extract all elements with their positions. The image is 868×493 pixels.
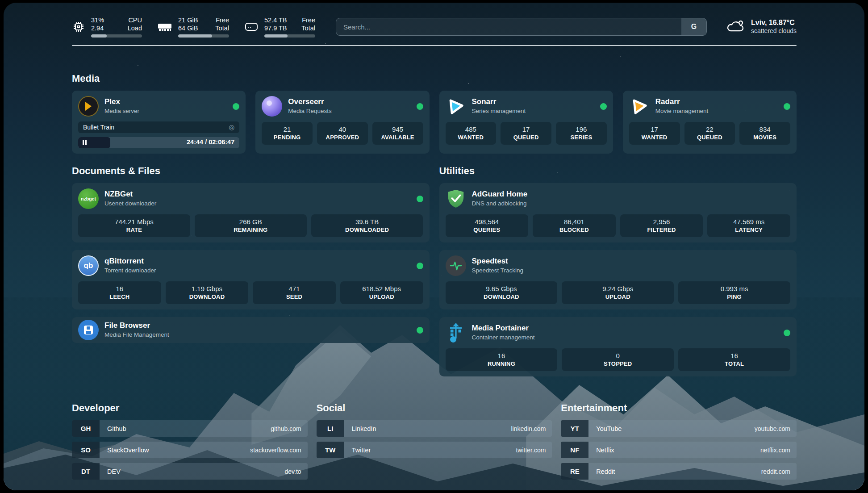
disk-free-label: Free xyxy=(300,16,315,24)
link-netflix[interactable]: NF Netflix netflix.com xyxy=(561,442,797,458)
cpu-load-value: 2.94 xyxy=(91,24,110,32)
link-abbr: DT xyxy=(72,463,100,480)
section-title-utilities: Utilities xyxy=(439,165,797,177)
top-bar: 31% CPU 2.94 Load xyxy=(72,16,797,38)
link-abbr: LI xyxy=(317,420,344,437)
disk-free-value: 52.4 TB xyxy=(264,16,288,24)
link-dev[interactable]: DT DEV dev.to xyxy=(72,463,308,480)
app-name: qBittorrent xyxy=(104,256,156,266)
link-linkedin[interactable]: LI LinkedIn linkedin.com xyxy=(317,420,552,437)
link-label: LinkedIn xyxy=(352,425,376,432)
stat-latency: 47.569 msLATENCY xyxy=(707,214,790,237)
stat-pending: 21PENDING xyxy=(262,122,313,145)
link-label: Twitter xyxy=(352,447,371,454)
app-desc: Media server xyxy=(104,106,139,116)
search-engine-button[interactable]: G xyxy=(681,18,706,35)
app-card-qbittorrent[interactable]: qb qBittorrent Torrent downloader 16LEEC… xyxy=(72,250,430,309)
link-label: Reddit xyxy=(596,468,615,475)
stat-rate: 744.21 MbpsRATE xyxy=(78,214,190,237)
status-online-dot xyxy=(417,103,423,110)
link-label: Github xyxy=(107,425,126,432)
app-name: File Browser xyxy=(104,321,169,330)
app-card-filebrowser[interactable]: File Browser Media File Management xyxy=(72,317,430,343)
section-title-social: Social xyxy=(317,402,552,414)
now-playing-row: Bullet Train ◎ xyxy=(78,121,239,133)
social-section: Social LI LinkedIn linkedin.com TW Twitt… xyxy=(317,402,552,480)
search-bar: G xyxy=(336,18,707,36)
cpu-progress-bar xyxy=(91,34,142,38)
sonarr-icon xyxy=(446,96,466,117)
app-card-plex[interactable]: Plex Media server Bullet Train ◎ 24:44 /… xyxy=(72,91,246,154)
header-divider xyxy=(72,45,797,46)
stat-download: 1.19 GbpsDOWNLOAD xyxy=(166,281,249,304)
stat-upload: 618.52 MbpsUPLOAD xyxy=(340,281,423,304)
speedtest-icon xyxy=(446,255,466,276)
app-desc: Torrent downloader xyxy=(104,266,156,275)
weather-location-temp: Lviv, 16.87°C xyxy=(751,18,797,27)
link-abbr: RE xyxy=(561,463,588,480)
app-card-sonarr[interactable]: Sonarr Series management 485WANTED 17QUE… xyxy=(439,91,613,154)
link-url: netflix.com xyxy=(760,447,790,454)
nzbget-icon: nzbget xyxy=(78,188,99,209)
ram-total-value: 64 GiB xyxy=(178,24,201,32)
ram-stat: 21 GiB Free 64 GiB Total xyxy=(157,16,229,38)
section-title-developer: Developer xyxy=(72,402,308,414)
link-reddit[interactable]: RE Reddit reddit.com xyxy=(561,463,797,480)
stat-leech: 16LEECH xyxy=(78,281,161,304)
adguard-icon xyxy=(446,188,466,209)
link-twitter[interactable]: TW Twitter twitter.com xyxy=(317,442,552,458)
stat-queued: 22QUEUED xyxy=(684,122,735,145)
link-url: reddit.com xyxy=(761,468,790,475)
status-online-dot xyxy=(600,103,607,110)
disk-progress-bar xyxy=(264,34,315,38)
link-youtube[interactable]: YT YouTube youtube.com xyxy=(561,420,797,437)
app-name: Plex xyxy=(104,97,139,106)
app-card-nzbget[interactable]: nzbget NZBGet Usenet downloader 744.21 M… xyxy=(72,183,430,242)
pause-icon[interactable] xyxy=(83,140,87,145)
filebrowser-icon xyxy=(78,320,99,340)
stat-remaining: 266 GBREMAINING xyxy=(195,214,307,237)
status-online-dot xyxy=(784,330,790,336)
stat-available: 945AVAILABLE xyxy=(372,122,423,145)
playback-time: 24:44 / 02:06:47 xyxy=(187,138,234,146)
link-stackoverflow[interactable]: SO StackOverflow stackoverflow.com xyxy=(72,442,308,458)
cpu-label: CPU xyxy=(121,16,142,24)
status-online-dot xyxy=(417,263,423,269)
stat-running: 16RUNNING xyxy=(446,348,558,371)
search-input[interactable] xyxy=(336,18,681,35)
app-card-radarr[interactable]: Radarr Movie management 17WANTED 22QUEUE… xyxy=(623,91,797,154)
app-name: AdGuard Home xyxy=(472,189,528,199)
cast-icon[interactable]: ◎ xyxy=(229,124,234,130)
stat-blocked: 86,401BLOCKED xyxy=(533,214,616,237)
app-desc: Series management xyxy=(472,106,526,116)
disk-total-label: Total xyxy=(300,24,315,32)
app-name: Sonarr xyxy=(472,97,526,106)
now-playing-title: Bullet Train xyxy=(83,124,114,131)
entertainment-section: Entertainment YT YouTube youtube.com NF … xyxy=(561,402,797,480)
app-card-adguard[interactable]: AdGuard Home DNS and adblocking 498,564Q… xyxy=(439,183,797,242)
stat-series: 196SERIES xyxy=(556,122,607,145)
app-card-overseerr[interactable]: Overseerr Media Requests 21PENDING 40APP… xyxy=(255,91,429,154)
ram-free-value: 21 GiB xyxy=(178,16,201,24)
cpu-load-label: Load xyxy=(121,24,142,32)
app-name: Radarr xyxy=(655,97,709,106)
link-url: youtube.com xyxy=(755,425,790,432)
ram-free-label: Free xyxy=(213,16,229,24)
app-card-portainer[interactable]: Media Portainer Container management 16R… xyxy=(439,317,797,376)
app-desc: Media Requests xyxy=(288,106,332,116)
qbittorrent-icon: qb xyxy=(78,255,99,276)
stat-downloaded: 39.6 TBDOWNLOADED xyxy=(311,214,423,237)
link-label: YouTube xyxy=(596,425,622,432)
disk-icon xyxy=(244,21,259,33)
link-abbr: TW xyxy=(317,442,344,458)
section-title-media: Media xyxy=(72,73,797,84)
app-card-speedtest[interactable]: Speedtest Speedtest Tracking 9.65 GbpsDO… xyxy=(439,250,797,309)
stat-queries: 498,564QUERIES xyxy=(446,214,529,237)
status-online-dot xyxy=(784,103,790,110)
link-github[interactable]: GH Github github.com xyxy=(72,420,308,437)
playback-progress-bar[interactable]: 24:44 / 02:06:47 xyxy=(78,137,239,148)
overseerr-icon xyxy=(262,96,282,117)
app-desc: Speedtest Tracking xyxy=(472,266,524,275)
status-online-dot xyxy=(417,327,423,334)
cpu-stat: 31% CPU 2.94 Load xyxy=(72,16,142,38)
